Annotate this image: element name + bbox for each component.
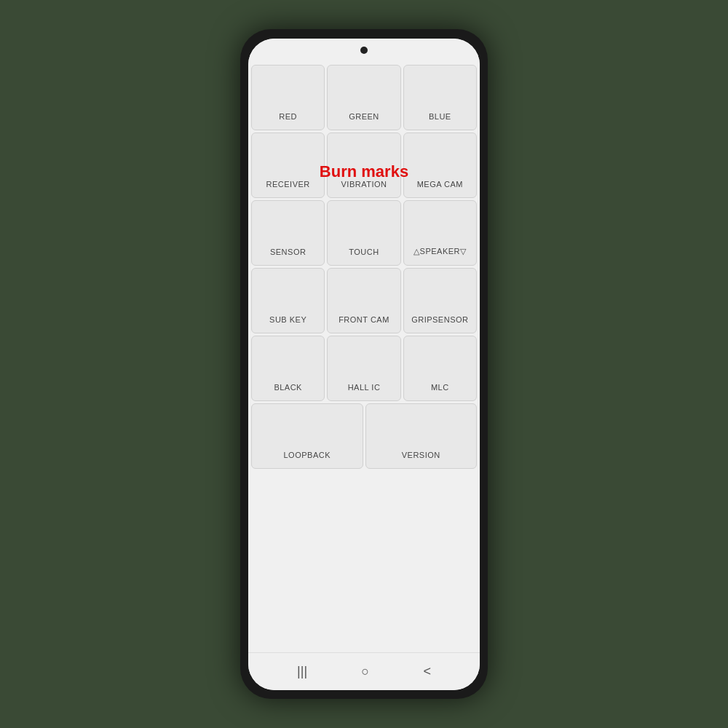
grid-row-4: SUB KEY FRONT CAM GRIPSENSOR bbox=[251, 268, 477, 333]
cell-sub-key[interactable]: SUB KEY bbox=[251, 268, 325, 333]
cell-hall-ic-label: HALL IC bbox=[348, 383, 381, 392]
cell-vibration-label: VIBRATION bbox=[341, 180, 387, 189]
cell-gripsensor-label: GRIPSENSOR bbox=[411, 315, 468, 324]
cell-touch-label: TOUCH bbox=[349, 248, 379, 256]
cell-gripsensor[interactable]: GRIPSENSOR bbox=[403, 268, 477, 333]
cell-mega-cam-label: MEGA CAM bbox=[417, 180, 463, 189]
cell-black[interactable]: BLACK bbox=[251, 336, 325, 401]
cell-green-label: GREEN bbox=[349, 112, 379, 121]
cell-mega-cam[interactable]: MEGA CAM bbox=[403, 132, 477, 198]
grid-row-6: LOOPBACK VERSION bbox=[251, 403, 477, 469]
cell-mlc-label: MLC bbox=[431, 383, 449, 392]
nav-home-icon[interactable]: ○ bbox=[355, 658, 375, 685]
cell-loopback-label: LOOPBACK bbox=[283, 451, 331, 459]
cell-blue[interactable]: BLUE bbox=[403, 65, 477, 130]
cell-red-label: RED bbox=[279, 112, 297, 121]
grid-area: Burn marks RED GREEN BLUE RECEIVER bbox=[248, 62, 480, 652]
grid-row-2: RECEIVER VIBRATION MEGA CAM bbox=[251, 132, 477, 198]
cell-loopback[interactable]: LOOPBACK bbox=[251, 403, 363, 469]
cell-receiver[interactable]: RECEIVER bbox=[251, 132, 325, 198]
cell-vibration[interactable]: VIBRATION bbox=[327, 132, 400, 198]
nav-recent-icon[interactable]: ||| bbox=[291, 658, 313, 685]
cell-version[interactable]: VERSION bbox=[365, 403, 478, 469]
cell-front-cam-label: FRONT CAM bbox=[339, 315, 389, 324]
phone-screen: Burn marks RED GREEN BLUE RECEIVER bbox=[248, 39, 480, 690]
cell-speaker[interactable]: △SPEAKER▽ bbox=[403, 200, 477, 266]
cell-touch[interactable]: TOUCH bbox=[327, 200, 400, 266]
cell-front-cam[interactable]: FRONT CAM bbox=[327, 268, 400, 333]
notch-area bbox=[248, 39, 480, 62]
front-camera bbox=[360, 47, 368, 54]
cell-hall-ic[interactable]: HALL IC bbox=[327, 336, 400, 401]
nav-back-icon[interactable]: < bbox=[417, 658, 437, 685]
cell-sensor-label: SENSOR bbox=[270, 248, 306, 256]
cell-green[interactable]: GREEN bbox=[327, 65, 400, 130]
cell-blue-label: BLUE bbox=[429, 112, 451, 121]
phone-device: Burn marks RED GREEN BLUE RECEIVER bbox=[240, 29, 488, 699]
cell-receiver-label: RECEIVER bbox=[266, 180, 310, 189]
grid-row-1: RED GREEN BLUE bbox=[251, 65, 477, 130]
grid-row-3: SENSOR TOUCH △SPEAKER▽ bbox=[251, 200, 477, 266]
grid-row-5: BLACK HALL IC MLC bbox=[251, 336, 477, 401]
cell-version-label: VERSION bbox=[402, 451, 440, 459]
cell-mlc[interactable]: MLC bbox=[403, 336, 477, 401]
nav-bar: ||| ○ < bbox=[248, 652, 480, 690]
cell-black-label: BLACK bbox=[274, 383, 302, 392]
cell-sub-key-label: SUB KEY bbox=[269, 315, 306, 324]
cell-sensor[interactable]: SENSOR bbox=[251, 200, 325, 266]
cell-red[interactable]: RED bbox=[251, 65, 325, 130]
cell-speaker-label: △SPEAKER▽ bbox=[414, 247, 466, 256]
